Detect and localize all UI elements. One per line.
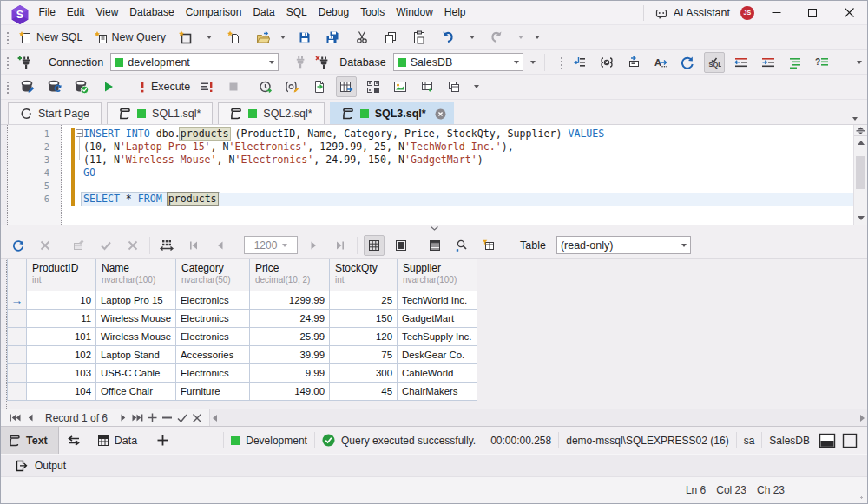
- grid-cell[interactable]: 120: [330, 328, 398, 346]
- dock-panel-bottom-icon[interactable]: [819, 433, 836, 448]
- scrollbar-track[interactable]: [854, 149, 867, 212]
- editor-vertical-scrollbar[interactable]: [853, 125, 867, 225]
- post-edit-button[interactable]: [174, 411, 189, 425]
- database-combobox[interactable]: SalesDB: [393, 53, 523, 71]
- redo-dropdown[interactable]: [515, 27, 526, 48]
- sql-editor[interactable]: 123456 −INSERT INTO dbo.products (Produc…: [1, 124, 867, 225]
- new-query-button[interactable]: New Query: [89, 27, 173, 48]
- attach-file-button[interactable]: [309, 76, 330, 97]
- column-view-button[interactable]: [424, 235, 445, 256]
- minimize-button[interactable]: [758, 1, 794, 25]
- add-results-tab-button[interactable]: [148, 427, 177, 454]
- new-window-dropdown[interactable]: [203, 27, 214, 48]
- row-selector[interactable]: →: [8, 291, 27, 310]
- menu-data[interactable]: Data: [247, 1, 280, 24]
- table-combobox[interactable]: (read-only): [556, 236, 691, 254]
- column-header-stockqty[interactable]: StockQtyint: [330, 259, 398, 291]
- grid-row-6[interactable]: 104Office ChairFurniture149.0045ChairMak…: [8, 383, 477, 401]
- grid-cell[interactable]: Electronics: [176, 310, 250, 328]
- refresh-code-completion-button[interactable]: [677, 52, 698, 73]
- increase-indent-button[interactable]: [758, 52, 779, 73]
- previous-record-button[interactable]: [23, 411, 37, 425]
- user-badge[interactable]: JS: [740, 6, 754, 20]
- paste-button[interactable]: [409, 27, 430, 48]
- column-header-supplier[interactable]: Suppliernvarchar(100): [398, 259, 477, 291]
- grid-cell[interactable]: Wireless Mouse: [96, 310, 176, 328]
- split-editor-handle[interactable]: [854, 125, 867, 136]
- database-history-dropdown[interactable]: [528, 52, 539, 73]
- copy-button[interactable]: [380, 27, 401, 48]
- code-line-1[interactable]: −INSERT INTO dbo.products (ProductID, Na…: [62, 128, 853, 141]
- code-line-3[interactable]: (11, N'Wireless Mouse', N'Electronics', …: [62, 154, 853, 167]
- grid-cell[interactable]: 75: [330, 346, 398, 364]
- grid-cell[interactable]: 11: [27, 310, 96, 328]
- grid-cell[interactable]: 101: [27, 328, 96, 346]
- close-button[interactable]: [831, 1, 867, 25]
- code-line-6[interactable]: SELECT * FROM products: [62, 193, 853, 206]
- grid-cell[interactable]: 45: [330, 383, 398, 401]
- document-tab-sql1-sql[interactable]: SQL1.sql*: [107, 102, 213, 124]
- previous-page-button[interactable]: [210, 235, 231, 256]
- refresh-results-button[interactable]: [8, 235, 29, 256]
- row-selector[interactable]: [8, 328, 27, 346]
- edit-row-button[interactable]: [69, 235, 89, 256]
- cut-button[interactable]: [352, 27, 372, 48]
- first-page-button[interactable]: [183, 235, 204, 256]
- find-in-grid-button[interactable]: [451, 235, 472, 256]
- fold-collapse-icon[interactable]: −: [76, 129, 83, 137]
- tab-text[interactable]: Text: [1, 427, 59, 454]
- open-file-dropdown[interactable]: [277, 27, 288, 48]
- grid-cell[interactable]: Office Chair: [96, 383, 176, 401]
- menu-comparison[interactable]: Comparison: [180, 1, 247, 24]
- execute-script-button[interactable]: [196, 76, 217, 97]
- menu-window[interactable]: Window: [391, 1, 439, 24]
- decrease-indent-button[interactable]: [731, 52, 752, 73]
- next-page-button[interactable]: [303, 235, 324, 256]
- connection-toolbar-overflow[interactable]: [854, 52, 865, 73]
- undo-dropdown[interactable]: [466, 27, 477, 48]
- edit-parameters-button[interactable]: [282, 76, 303, 97]
- filter-grid-button[interactable]: [478, 235, 499, 256]
- code-line-2[interactable]: (10, N'Laptop Pro 15', N'Electronics', 1…: [62, 141, 853, 154]
- maximize-panel-icon[interactable]: [842, 433, 858, 448]
- grid-cell[interactable]: TechSupply Inc.: [398, 328, 477, 346]
- connection-combobox[interactable]: development: [110, 53, 279, 71]
- menu-help[interactable]: Help: [438, 1, 471, 24]
- pivot-table-button[interactable]: [417, 76, 437, 97]
- grid-cell[interactable]: 39.99: [250, 346, 330, 364]
- document-tab-sql3-sql[interactable]: SQL3.sql*: [330, 102, 454, 124]
- grid-view-button[interactable]: [364, 235, 385, 256]
- page-size-combobox[interactable]: 1200: [244, 236, 298, 254]
- cancel-edit-button[interactable]: [189, 411, 204, 425]
- remove-connection-button[interactable]: [312, 52, 332, 73]
- maximize-button[interactable]: [794, 1, 831, 25]
- grid-cell[interactable]: Accessories: [176, 346, 250, 364]
- new-connection-button[interactable]: [14, 52, 35, 73]
- grid-cell[interactable]: 300: [330, 364, 398, 383]
- disconnect-button[interactable]: [291, 52, 312, 73]
- refresh-database-button[interactable]: [44, 76, 65, 97]
- window-resize-grip[interactable]: [855, 491, 865, 501]
- undo-button[interactable]: [437, 27, 458, 48]
- swap-results-button[interactable]: [59, 427, 89, 454]
- toolbar-grip[interactable]: [5, 56, 9, 69]
- go-to-line-button[interactable]: [623, 52, 644, 73]
- grid-cell[interactable]: 149.00: [250, 383, 330, 401]
- grid-cell[interactable]: 1299.99: [250, 291, 330, 310]
- apply-changes-button[interactable]: [95, 235, 116, 256]
- grid-cell[interactable]: Laptop Pro 15: [96, 291, 176, 310]
- scroll-left-button[interactable]: [213, 415, 217, 422]
- grid-row-1[interactable]: →10Laptop Pro 15Electronics1299.9925Tech…: [8, 291, 477, 310]
- fit-columns-button[interactable]: [156, 235, 177, 256]
- column-header-category[interactable]: Categorynvarchar(50): [176, 259, 250, 291]
- row-selector[interactable]: [8, 346, 27, 364]
- chart-designer-button[interactable]: [390, 76, 411, 97]
- row-selector-header[interactable]: [8, 259, 27, 291]
- row-selector[interactable]: [8, 310, 27, 328]
- grid-row-4[interactable]: 102Laptop StandAccessories39.9975DeskGea…: [8, 346, 477, 364]
- row-selector[interactable]: [8, 364, 27, 383]
- ai-assistant-icon[interactable]: [654, 6, 668, 20]
- append-record-button[interactable]: [145, 411, 160, 425]
- grid-cell[interactable]: 25.99: [250, 328, 330, 346]
- query-history-button[interactable]: [255, 76, 276, 97]
